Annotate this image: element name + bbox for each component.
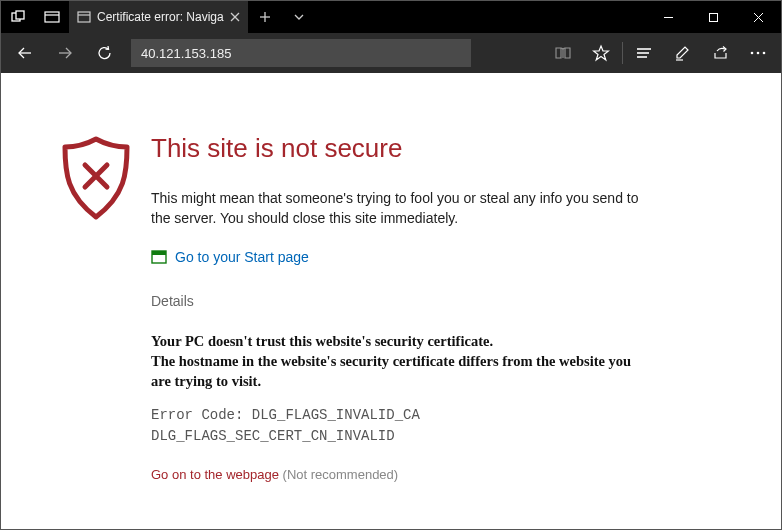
svg-marker-16: [594, 46, 609, 60]
start-page-link[interactable]: Go to your Start page: [175, 249, 309, 265]
start-page-icon: [151, 250, 167, 264]
toolbar-separator: [622, 42, 623, 64]
maximize-button[interactable]: [691, 1, 736, 33]
proceed-row: Go on to the webpage (Not recommended): [151, 467, 651, 482]
chevron-down-icon[interactable]: [282, 1, 316, 33]
more-icon[interactable]: [739, 33, 777, 73]
new-tab-button[interactable]: [248, 1, 282, 33]
svg-point-21: [751, 52, 754, 55]
svg-rect-1: [16, 11, 24, 19]
window-titlebar: Certificate error: Naviga: [1, 1, 781, 33]
page-content: This site is not secure This might mean …: [1, 73, 781, 482]
svg-rect-27: [152, 251, 166, 255]
error-code-line-2: DLG_FLAGS_SEC_CERT_CN_INVALID: [151, 426, 651, 447]
refresh-button[interactable]: [85, 33, 125, 73]
details-line-1: Your PC doesn't trust this website's sec…: [151, 331, 651, 351]
forward-button[interactable]: [45, 33, 85, 73]
details-toggle[interactable]: Details: [151, 293, 651, 309]
page-heading: This site is not secure: [151, 133, 651, 164]
not-recommended-label: (Not recommended): [283, 467, 399, 482]
svg-rect-4: [78, 12, 90, 22]
back-button[interactable]: [5, 33, 45, 73]
tab-preview-icon[interactable]: [35, 1, 69, 33]
tab-actions-icon[interactable]: [1, 1, 35, 33]
address-bar: 40.121.153.185: [1, 33, 781, 73]
minimize-button[interactable]: [646, 1, 691, 33]
share-icon[interactable]: [701, 33, 739, 73]
url-input[interactable]: 40.121.153.185: [131, 39, 471, 67]
tab-close-icon[interactable]: [230, 12, 240, 22]
details-line-2: The hostname in the website's security c…: [151, 351, 651, 392]
reading-list-icon[interactable]: [625, 33, 663, 73]
close-button[interactable]: [736, 1, 781, 33]
svg-point-23: [763, 52, 766, 55]
warning-description: This might mean that someone's trying to…: [151, 188, 651, 229]
reading-view-icon[interactable]: [544, 33, 582, 73]
details-text: Your PC doesn't trust this website's sec…: [151, 331, 651, 392]
browser-tab[interactable]: Certificate error: Naviga: [69, 1, 248, 33]
shield-error-icon: [55, 133, 137, 482]
tab-title: Certificate error: Naviga: [97, 10, 224, 24]
svg-rect-2: [45, 12, 59, 22]
proceed-link[interactable]: Go on to the webpage: [151, 467, 279, 482]
error-code-line-1: Error Code: DLG_FLAGS_INVALID_CA: [151, 405, 651, 426]
tab-cert-error-icon: [77, 10, 91, 24]
svg-rect-11: [710, 13, 718, 21]
error-code-block: Error Code: DLG_FLAGS_INVALID_CA DLG_FLA…: [151, 405, 651, 447]
svg-point-22: [757, 52, 760, 55]
url-text: 40.121.153.185: [141, 46, 231, 61]
notes-icon[interactable]: [663, 33, 701, 73]
favorite-icon[interactable]: [582, 33, 620, 73]
